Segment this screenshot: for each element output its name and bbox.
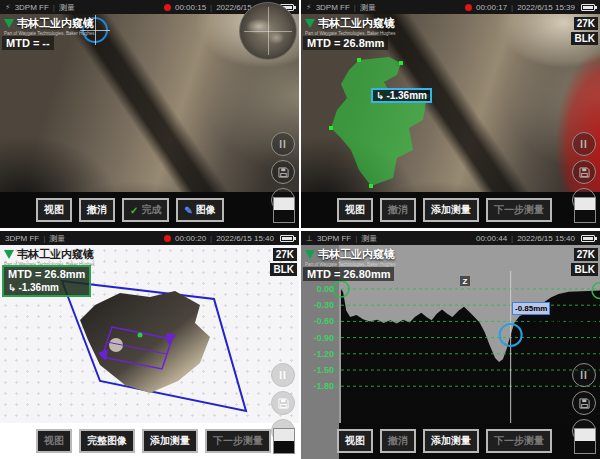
next-measurement-button[interactable]: 下一步测量 xyxy=(486,429,552,453)
app-name: 3DPM FF xyxy=(15,3,49,12)
brand-logo: 韦林工业内窥镜 Part of Waygate Technologies, Ba… xyxy=(305,247,396,267)
cursor-depth-value: -0.85mm xyxy=(512,302,550,315)
mtd-depth-readout: MTD = 26.8mm ↳-1.36mm xyxy=(2,265,91,297)
view-button[interactable]: 视图 xyxy=(36,429,72,453)
button-label: 下一步测量 xyxy=(494,434,544,448)
pause-icon: II xyxy=(279,370,287,381)
pause-button[interactable]: II xyxy=(271,132,295,156)
status-bar: 3DPM FF | 测量 00:00:20 | 2022/6/15 15:40 xyxy=(0,231,299,245)
view-button[interactable]: 视图 xyxy=(337,429,373,453)
mode-label: 测量 xyxy=(59,2,75,13)
status-bar: ⚡ 3DPM FF | 测量 00:00:17 | 2022/6/15 15:3… xyxy=(301,0,600,14)
z-axis-marker: Z xyxy=(459,275,471,287)
depth-icon: ↳ xyxy=(8,282,16,295)
save-icon xyxy=(278,398,289,409)
probe-icon: ⊥ xyxy=(306,234,313,243)
button-label: 添加测量 xyxy=(431,434,471,448)
brand-name: 韦林工业内窥镜 xyxy=(17,247,94,262)
brand-logo: 韦林工业内窥镜 Part of Waygate Technologies, Ba… xyxy=(4,16,95,36)
y-axis-tick: -1.80 xyxy=(303,381,334,391)
image-mode-labels: 27K BLK xyxy=(571,248,598,276)
brand-triangle-icon xyxy=(305,19,315,28)
separator: | xyxy=(53,3,55,12)
image-mode-labels: 27K BLK xyxy=(270,248,297,276)
record-dot-icon xyxy=(164,235,171,242)
button-label: 图像 xyxy=(196,203,216,217)
datetime: 2022/6/15 15:40 xyxy=(517,234,575,243)
datetime: 2022/6/15 15:40 xyxy=(216,234,274,243)
view-button[interactable]: 视图 xyxy=(36,198,72,222)
bottom-button-bar: 视图 撤消 添加测量 下一步测量 xyxy=(301,423,600,459)
screen-state-toggle-button[interactable] xyxy=(574,197,596,223)
save-button[interactable] xyxy=(572,391,596,415)
separator: | xyxy=(355,234,357,243)
undo-button[interactable]: 撤消 xyxy=(79,198,115,222)
mask-corner-marker[interactable] xyxy=(399,61,403,65)
undo-button[interactable]: 撤消 xyxy=(380,429,416,453)
depth-point-marker[interactable] xyxy=(138,333,143,338)
save-icon xyxy=(278,167,289,178)
y-axis-tick: -0.60 xyxy=(303,316,334,326)
pause-button[interactable]: II xyxy=(271,363,295,387)
full-image-button[interactable]: 完整图像 xyxy=(79,429,135,453)
image-button[interactable]: ✎图像 xyxy=(176,198,223,222)
y-axis-tick: -0.30 xyxy=(303,300,334,310)
screen-state-toggle-button[interactable] xyxy=(574,428,596,454)
add-measurement-button[interactable]: 添加测量 xyxy=(423,429,479,453)
undo-button[interactable]: 撤消 xyxy=(380,198,416,222)
brand-logo: 韦林工业内窥镜 Part of Waygate Technologies, Ba… xyxy=(4,247,95,267)
separator: | xyxy=(354,3,356,12)
pause-icon: II xyxy=(580,370,588,381)
battery-icon xyxy=(581,4,595,11)
save-button[interactable] xyxy=(271,160,295,184)
next-measurement-button[interactable]: 下一步测量 xyxy=(486,198,552,222)
done-button[interactable]: ✓完成 xyxy=(122,198,169,222)
button-label: 视图 xyxy=(345,203,365,217)
pause-button[interactable]: II xyxy=(572,363,596,387)
view-mode-label: BLK xyxy=(270,263,297,276)
brand-name: 韦林工业内窥镜 xyxy=(318,247,395,262)
button-label: 下一步测量 xyxy=(494,203,544,217)
mask-corner-marker[interactable] xyxy=(357,58,361,62)
battery-icon xyxy=(280,235,294,242)
resolution-label: 27K xyxy=(273,248,297,261)
button-label: 撤消 xyxy=(388,203,408,217)
button-label: 完成 xyxy=(141,203,161,217)
brand-triangle-icon xyxy=(4,250,14,259)
quadrant-bottom-left-point-cloud: 3DPM FF | 测量 00:00:20 | 2022/6/15 15:40 … xyxy=(0,231,299,459)
record-timer: 00:00:20 xyxy=(175,234,206,243)
button-label: 添加测量 xyxy=(431,203,471,217)
next-measurement-button[interactable]: 下一步测量 xyxy=(205,429,271,453)
check-icon: ✓ xyxy=(130,205,138,216)
button-label: 视图 xyxy=(44,434,64,448)
pen-icon: ✎ xyxy=(184,205,192,216)
button-label: 视图 xyxy=(345,434,365,448)
button-label: 添加测量 xyxy=(150,434,190,448)
app-name: 3DPM FF xyxy=(5,234,39,243)
save-button[interactable] xyxy=(572,160,596,184)
bottom-button-bar: 视图 撤消 ✓完成 ✎图像 xyxy=(0,192,299,228)
view-button[interactable]: 视图 xyxy=(337,198,373,222)
mtd-value: MTD = 26.8mm xyxy=(8,268,85,282)
mtd-readout: MTD = 26.8mm xyxy=(303,36,388,50)
brand-triangle-icon xyxy=(305,250,315,259)
add-measurement-button[interactable]: 添加测量 xyxy=(142,429,198,453)
depth-value-tag[interactable]: ↳ -1.36mm xyxy=(371,88,432,103)
screen-state-toggle-button[interactable] xyxy=(273,197,295,223)
mask-corner-marker[interactable] xyxy=(369,184,373,188)
save-button[interactable] xyxy=(271,391,295,415)
lightning-icon: ⚡ xyxy=(5,3,11,12)
mask-corner-marker[interactable] xyxy=(329,126,333,130)
z-length-readout: Z=12.14mm xyxy=(553,304,597,313)
resolution-label: 27K xyxy=(574,17,598,30)
mode-label: 测量 xyxy=(360,2,376,13)
add-measurement-button[interactable]: 添加测量 xyxy=(423,198,479,222)
separator: | xyxy=(511,234,513,243)
pause-button[interactable]: II xyxy=(572,132,596,156)
screen-state-toggle-button[interactable] xyxy=(273,428,295,454)
button-label: 完整图像 xyxy=(87,434,127,448)
brand-triangle-icon xyxy=(4,19,14,28)
depth-icon: ↳ xyxy=(376,90,384,101)
separator: | xyxy=(511,3,513,12)
mode-label: 测量 xyxy=(361,233,377,244)
